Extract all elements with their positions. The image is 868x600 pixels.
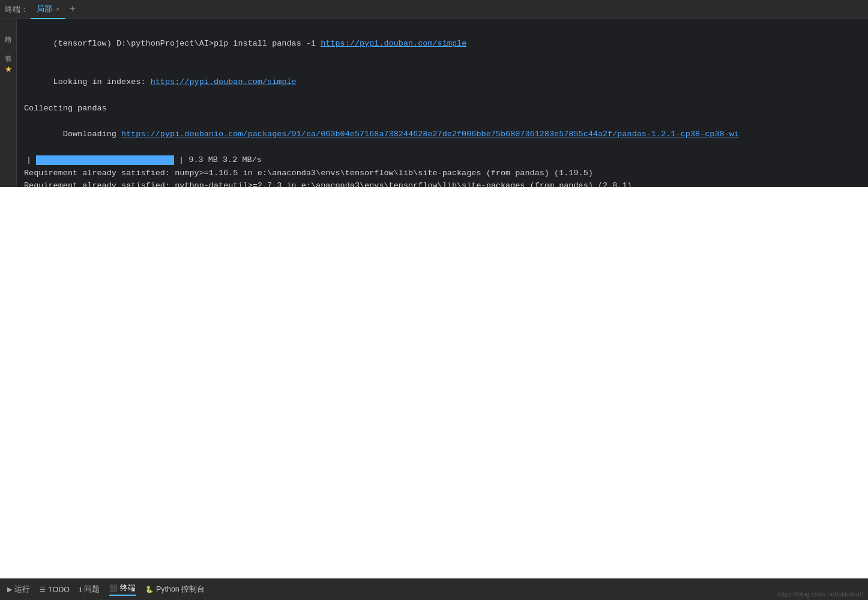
tab-local-label: 局部 (37, 4, 52, 14)
progress-stats: | 9.3 MB 3.2 MB/s (179, 154, 262, 167)
white-area (0, 187, 868, 578)
toolbar-python-console-label: Python 控制台 (156, 584, 205, 595)
toolbar-run[interactable]: ▶ 运行 (7, 584, 30, 595)
toolbar-run-label: 运行 (14, 584, 30, 595)
terminal-line-2-prefix: Looking in indexes: (53, 77, 151, 86)
tab-close-icon[interactable]: × (56, 5, 59, 13)
terminal-line-1-prefix: (tensorflow) D:\pythonProject\AI>pip ins… (53, 39, 321, 48)
toolbar-todo-label: TODO (48, 586, 70, 594)
sidebar-icon-bookmark[interactable]: 书签 (2, 43, 15, 56)
terminal-line-4-link[interactable]: https://pypi.doubanio.com/packages/91/ea… (121, 130, 739, 139)
terminal-icon: ⬛ (109, 584, 118, 592)
todo-icon: ☰ (40, 586, 46, 593)
sidebar-icon-structure[interactable]: 结构 (2, 24, 15, 37)
sidebar-icon-star[interactable]: ★ (2, 62, 15, 76)
progress-pipe-start: | (26, 154, 31, 167)
toolbar-problems[interactable]: ℹ 问题 (79, 584, 100, 595)
terminal-line-1-link[interactable]: https://pypi.douban.com/simple (321, 39, 466, 48)
tab-bar: 终端： 局部 × + (0, 0, 868, 19)
terminal-line-2-link[interactable]: https://pypi.douban.com/simple (151, 77, 297, 86)
terminal-line-3: Collecting pandas (24, 102, 861, 115)
run-icon: ▶ (7, 586, 12, 593)
problems-icon: ℹ (79, 586, 82, 593)
terminal-line-1: (tensorflow) D:\pythonProject\AI>pip ins… (24, 24, 861, 63)
terminal-line-2: Looking in indexes: https://pypi.douban.… (24, 63, 861, 102)
python-console-icon: 🐍 (145, 586, 154, 593)
toolbar-problems-label: 问题 (84, 584, 100, 595)
progress-bar (36, 155, 174, 165)
toolbar-terminal[interactable]: ⬛ 终端 (109, 583, 136, 596)
progress-line: | | 9.3 MB 3.2 MB/s (24, 154, 861, 167)
terminal-line-5: Requirement already satisfied: numpy>=1.… (24, 167, 861, 180)
terminal-line-4-prefix: Downloading (53, 130, 121, 139)
tab-prefix-label: 终端： (5, 4, 28, 15)
tab-local[interactable]: 局部 × (31, 0, 65, 19)
terminal-line-4: Downloading https://pypi.doubanio.com/pa… (24, 115, 861, 154)
toolbar-todo[interactable]: ☰ TODO (40, 586, 70, 594)
toolbar-python-console[interactable]: 🐍 Python 控制台 (145, 584, 205, 595)
progress-bar-fill (36, 155, 174, 165)
toolbar-terminal-label: 终端 (120, 583, 136, 593)
bottom-toolbar: ▶ 运行 ☰ TODO ℹ 问题 ⬛ 终端 🐍 Python 控制台 (0, 578, 868, 600)
tab-add-button[interactable]: + (65, 0, 79, 19)
